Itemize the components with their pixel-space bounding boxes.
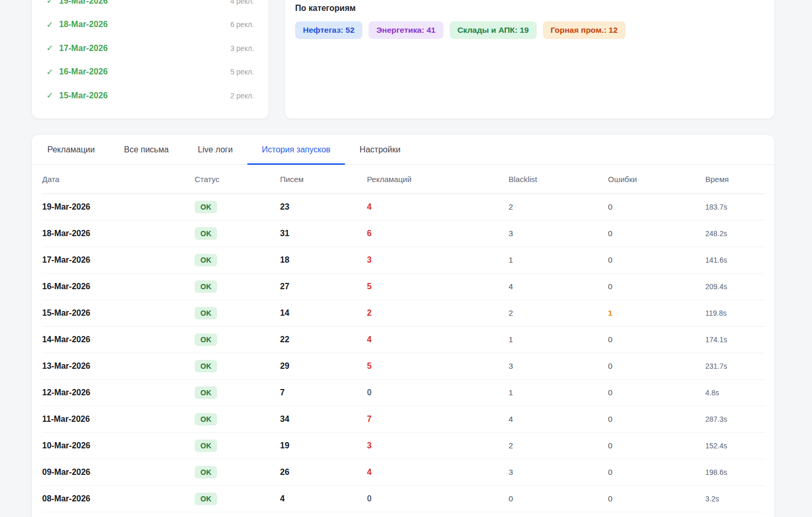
table-row: 14-Mar-2026OK22410174.1s (42, 326, 765, 353)
cell-status: OK (195, 247, 280, 273)
status-badge: OK (195, 440, 217, 452)
run-list-item[interactable]: ✓19-Mar-20264 рекл. (46, 0, 254, 13)
cell-letters: 23 (280, 193, 367, 220)
status-badge: OK (195, 360, 217, 372)
status-badge: OK (195, 386, 217, 399)
run-list-item[interactable]: ✓16-Mar-20265 рекл. (46, 60, 254, 84)
cell-status: OK (195, 220, 280, 247)
cell-date: 19-Mar-2026 (42, 193, 195, 220)
cell-status: OK (195, 406, 280, 432)
run-complaint-count: 3 рекл. (230, 44, 254, 53)
category-badges: Нефтегаз: 52Энергетика: 41Склады и АПК: … (295, 21, 764, 39)
category-badge[interactable]: Энергетика: 41 (369, 21, 443, 39)
cell-time: 231.7s (705, 353, 765, 379)
run-list-item[interactable]: ✓17-Mar-20263 рекл. (46, 36, 254, 60)
cell-blacklist: 4 (509, 406, 608, 432)
cell-complaints: 0 (367, 485, 509, 512)
cell-blacklist: 2 (509, 300, 608, 326)
status-badge: OK (195, 201, 217, 213)
tab-complaints[interactable]: Рекламации (33, 135, 109, 164)
status-badge: OK (195, 493, 217, 505)
cell-errors: 0 (608, 379, 705, 406)
run-date: 17-Mar-2026 (59, 44, 108, 53)
column-header: Рекламаций (367, 165, 509, 193)
history-header-row: ДатаСтатусПисемРекламацийBlacklistОшибки… (42, 165, 765, 193)
run-date: 19-Mar-2026 (59, 0, 108, 6)
run-complaint-count: 6 рекл. (230, 20, 254, 29)
column-header: Blacklist (509, 165, 608, 193)
category-badge[interactable]: Нефтегаз: 52 (295, 21, 362, 39)
table-row: 10-Mar-2026OK19320152.4s (42, 432, 765, 459)
tab-all-letters[interactable]: Все письма (109, 135, 183, 164)
run-date: 18-Mar-2026 (59, 20, 108, 29)
cell-status: OK (195, 459, 280, 485)
status-badge: OK (195, 280, 217, 293)
cell-date: 17-Mar-2026 (42, 247, 195, 273)
cell-blacklist: 3 (509, 459, 608, 485)
cell-letters: 31 (280, 220, 367, 247)
tab-live-logs[interactable]: Live логи (183, 135, 247, 164)
cell-time: 152.4s (705, 432, 765, 459)
cell-complaints: 4 (367, 459, 509, 485)
run-date-group: ✓15-Mar-2026 (46, 91, 108, 100)
table-row: 09-Mar-2026OK26430198.6s (42, 459, 765, 485)
categories-title: По категориям (295, 4, 764, 13)
cell-blacklist: 3 (509, 353, 608, 379)
cell-complaints: 0 (367, 379, 509, 406)
column-header: Ошибки (608, 165, 705, 193)
cell-status: OK (195, 273, 280, 300)
cell-errors: 0 (608, 193, 705, 220)
cell-letters: 4 (280, 485, 367, 512)
check-icon: ✓ (46, 43, 53, 53)
check-icon: ✓ (46, 20, 53, 30)
cell-letters: 14 (280, 300, 367, 326)
run-date-group: ✓16-Mar-2026 (46, 67, 108, 77)
category-badge[interactable]: Горная пром.: 12 (543, 21, 626, 39)
cell-blacklist: 4 (509, 273, 608, 300)
cell-date: 10-Mar-2026 (42, 432, 195, 459)
check-icon: ✓ (46, 67, 53, 77)
run-complaint-count: 5 рекл. (230, 68, 254, 76)
cell-complaints: 5 (367, 353, 509, 379)
table-row: 17-Mar-2026OK18310141.6s (42, 247, 765, 273)
run-date: 16-Mar-2026 (59, 67, 108, 76)
tab-settings[interactable]: Настройки (345, 135, 415, 164)
status-badge: OK (195, 466, 217, 479)
check-icon: ✓ (46, 91, 53, 100)
status-badge: OK (195, 413, 217, 425)
run-list-item[interactable]: ✓18-Mar-20266 рекл. (46, 13, 254, 37)
cell-status: OK (195, 485, 280, 512)
tab-run-history[interactable]: История запусков (247, 135, 345, 164)
cell-status: OK (195, 379, 280, 406)
cell-status: OK (195, 353, 280, 379)
table-row: 11-Mar-2026OK34740287.3s (42, 406, 765, 432)
cell-blacklist: 1 (509, 247, 608, 273)
cell-time: 287.3s (705, 406, 765, 432)
cell-letters: 26 (280, 459, 367, 485)
table-row: 08-Mar-2026OK40003.2s (42, 485, 765, 512)
column-header: Дата (42, 165, 195, 193)
cell-time: 198.6s (705, 459, 765, 485)
cell-time: 183.7s (705, 193, 765, 220)
cell-date: 14-Mar-2026 (42, 326, 195, 353)
tab-bar: РекламацииВсе письмаLive логиИстория зап… (32, 135, 775, 165)
cell-errors: 0 (608, 459, 705, 485)
cell-errors: 0 (608, 353, 705, 379)
cell-time: 141.6s (705, 247, 765, 273)
cell-errors: 0 (608, 432, 705, 459)
table-row: 18-Mar-2026OK31630248.2s (42, 220, 765, 247)
cell-status: OK (195, 193, 280, 220)
cell-complaints: 3 (367, 247, 509, 273)
table-row: 12-Mar-2026OK70104.8s (42, 379, 765, 406)
cell-time: 248.2s (705, 220, 765, 247)
cell-errors: 0 (608, 220, 705, 247)
cell-letters: 7 (280, 379, 367, 406)
cell-time: 3.2s (705, 485, 765, 512)
cell-date: 13-Mar-2026 (42, 353, 195, 379)
recent-runs-list: ✓19-Mar-20264 рекл.✓18-Mar-20266 рекл.✓1… (46, 0, 254, 108)
cell-date: 11-Mar-2026 (42, 406, 195, 432)
run-list-item[interactable]: ✓15-Mar-20262 рекл. (46, 84, 254, 108)
status-badge: OK (195, 307, 217, 319)
category-badge[interactable]: Склады и АПК: 19 (450, 21, 537, 39)
cell-letters: 19 (280, 432, 367, 459)
